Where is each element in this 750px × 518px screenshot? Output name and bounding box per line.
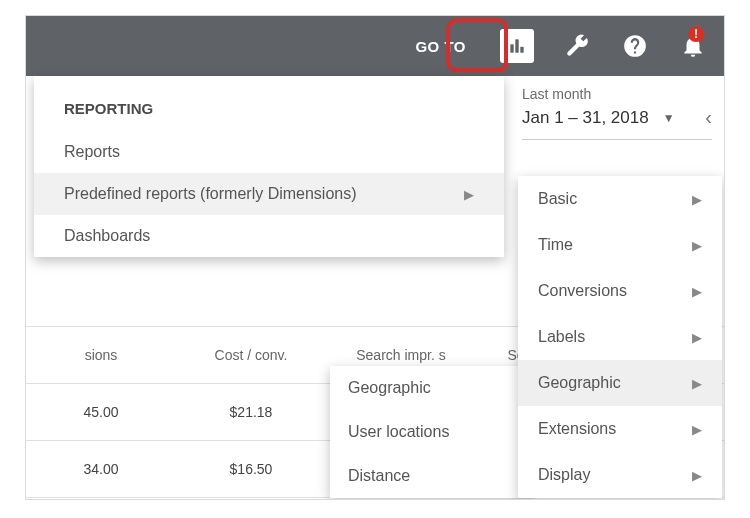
menu-item-label: Reports [64,143,120,161]
bar-chart-icon [507,36,527,56]
menu-item-dashboards[interactable]: Dashboards [34,215,504,257]
reports-icon-button[interactable] [500,29,534,63]
col-header[interactable]: Cost / conv. [176,347,326,363]
help-button[interactable] [620,31,650,61]
submenu-item-extensions[interactable]: Extensions▶ [518,406,722,452]
chevron-right-icon: ▶ [692,284,702,299]
submenu-item-labels[interactable]: Labels▶ [518,314,722,360]
menu-item-label: Extensions [538,420,616,438]
col-header[interactable]: Search impr. s [326,347,476,363]
reporting-menu: REPORTING Reports Predefined reports (fo… [34,76,504,257]
submenu-item-basic[interactable]: Basic▶ [518,176,722,222]
date-range-picker[interactable]: Last month Jan 1 – 31, 2018 ▼ ‹ [522,86,712,140]
chevron-right-icon: ▶ [692,192,702,207]
svg-rect-1 [515,39,518,52]
table-cell: 45.00 [26,404,176,420]
geo-item-user-locations[interactable]: User locations [330,410,530,454]
submenu-item-geographic[interactable]: Geographic▶ [518,360,722,406]
chevron-right-icon: ▶ [692,422,702,437]
chevron-left-icon[interactable]: ‹ [705,106,712,129]
menu-item-label: Display [538,466,590,484]
chevron-right-icon: ▶ [464,187,474,202]
table-cell: $21.18 [176,404,326,420]
svg-rect-2 [520,47,523,53]
top-toolbar: GO TO [26,16,724,76]
menu-item-label: Dashboards [64,227,150,245]
date-preset-label: Last month [522,86,712,102]
svg-rect-0 [510,44,513,52]
chevron-right-icon: ▶ [692,468,702,483]
menu-item-label: Conversions [538,282,627,300]
table-cell: 34.00 [26,461,176,477]
menu-item-label: Geographic [348,379,431,396]
submenu-item-display[interactable]: Display▶ [518,452,722,498]
goto-button[interactable]: GO TO [409,38,472,55]
menu-item-label: Distance [348,467,410,484]
table-cell: $16.50 [176,461,326,477]
geo-item-geographic[interactable]: Geographic [330,366,530,410]
divider [522,139,712,140]
chevron-right-icon: ▶ [692,376,702,391]
menu-item-reports[interactable]: Reports [34,131,504,173]
wrench-icon [564,33,590,59]
dropdown-icon: ▼ [663,111,675,125]
geographic-submenu: Geographic User locations Distance [330,366,530,498]
menu-item-predefined-reports[interactable]: Predefined reports (formerly Dimensions)… [34,173,504,215]
submenu-item-time[interactable]: Time▶ [518,222,722,268]
menu-item-label: Basic [538,190,577,208]
menu-item-label: Predefined reports (formerly Dimensions) [64,185,357,203]
menu-item-label: Geographic [538,374,621,392]
tools-button[interactable] [562,31,592,61]
date-range-text: Jan 1 – 31, 2018 [522,108,649,128]
geo-item-distance[interactable]: Distance [330,454,530,498]
menu-item-label: User locations [348,423,449,440]
chevron-right-icon: ▶ [692,330,702,345]
submenu-item-conversions[interactable]: Conversions▶ [518,268,722,314]
menu-item-label: Labels [538,328,585,346]
app-window: sions Cost / conv. Search impr. s Search… [25,15,725,500]
predefined-submenu: Basic▶ Time▶ Conversions▶ Labels▶ Geogra… [518,176,722,498]
col-header[interactable]: sions [26,347,176,363]
chevron-right-icon: ▶ [692,238,702,253]
help-icon [622,33,648,59]
notification-badge: ! [688,26,704,42]
reporting-title: REPORTING [34,76,504,131]
menu-item-label: Time [538,236,573,254]
